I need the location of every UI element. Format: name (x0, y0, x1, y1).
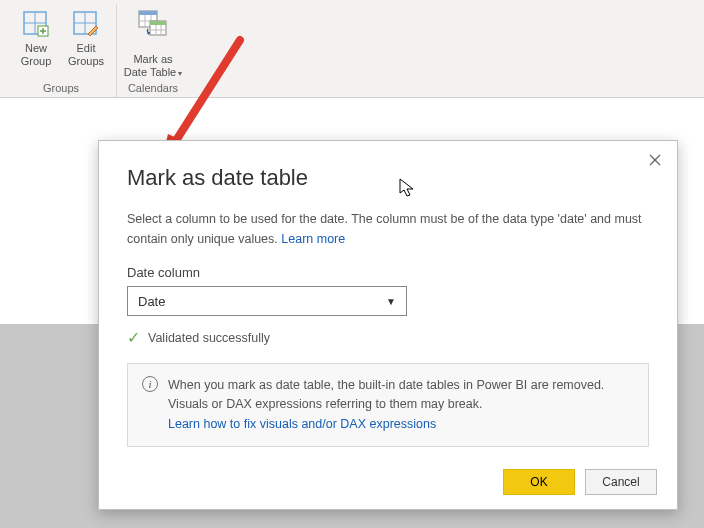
date-column-value: Date (138, 294, 165, 309)
check-icon: ✓ (127, 328, 140, 347)
new-group-icon (20, 8, 52, 40)
ribbon-group-label-calendars: Calendars (123, 80, 183, 98)
edit-groups-label: Edit Groups (68, 42, 104, 68)
fix-visuals-link[interactable]: Learn how to fix visuals and/or DAX expr… (168, 417, 436, 431)
cancel-button[interactable]: Cancel (585, 469, 657, 495)
close-icon (649, 154, 661, 166)
date-column-select[interactable]: Date ▼ (127, 286, 407, 316)
edit-groups-icon (70, 8, 102, 40)
mark-as-date-table-button[interactable]: Mark as Date Table▾ (123, 4, 183, 80)
chevron-down-icon: ▼ (386, 296, 396, 307)
learn-more-link[interactable]: Learn more (281, 232, 345, 246)
info-icon: i (142, 376, 158, 392)
ribbon-group-label-groups: Groups (12, 80, 110, 98)
calendar-table-icon (137, 8, 169, 38)
svg-rect-11 (139, 11, 157, 15)
new-group-button[interactable]: New Group (12, 4, 60, 80)
date-column-label: Date column (127, 265, 649, 280)
ribbon: New Group Edit Groups Groups (0, 0, 704, 98)
ribbon-group-groups: New Group Edit Groups Groups (6, 4, 117, 97)
chevron-down-icon: ▾ (178, 69, 182, 78)
mark-as-date-table-label: Mark as Date Table▾ (124, 40, 182, 80)
svg-rect-16 (150, 21, 166, 25)
close-button[interactable] (645, 151, 665, 171)
ribbon-group-calendars: Mark as Date Table▾ Calendars (117, 4, 189, 97)
info-content: When you mark as date table, the built-i… (168, 376, 634, 434)
mark-as-date-table-dialog: Mark as date table Select a column to be… (98, 140, 678, 510)
dialog-description: Select a column to be used for the date.… (127, 209, 649, 249)
info-box: i When you mark as date table, the built… (127, 363, 649, 447)
validation-status: ✓ Validated successfully (127, 328, 649, 347)
dialog-title: Mark as date table (127, 165, 649, 191)
dialog-buttons: OK Cancel (503, 469, 657, 495)
ok-button[interactable]: OK (503, 469, 575, 495)
validation-text: Validated successfully (148, 331, 270, 345)
new-group-label: New Group (21, 42, 52, 68)
edit-groups-button[interactable]: Edit Groups (62, 4, 110, 80)
